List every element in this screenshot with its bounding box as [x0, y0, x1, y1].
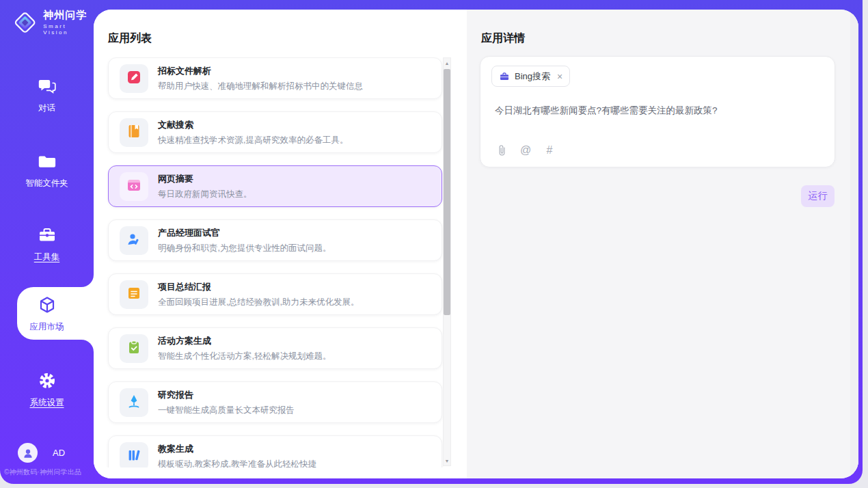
tool-tag-bing-search[interactable]: Bing搜索 ×: [491, 66, 570, 87]
sidebar-item-label: 系统设置: [30, 398, 64, 407]
app-name: 神州问学: [43, 9, 94, 22]
cube-icon: [38, 295, 57, 314]
gear-icon: [38, 371, 57, 390]
app-card[interactable]: 活动方案生成 智能生成个性化活动方案,轻松解决规划难题。: [108, 327, 442, 369]
app-detail-title: 应用详情: [481, 31, 525, 46]
app-card[interactable]: 文献搜索 快速精准查找学术资源,提高研究效率的必备工具。: [108, 111, 442, 153]
sidebar-item-app-market[interactable]: 应用市场: [0, 295, 94, 333]
attachment-icon[interactable]: [495, 144, 508, 157]
clipboard-check-icon: [126, 339, 142, 358]
chat-icon: [38, 77, 57, 96]
app-card-desc: 快速精准查找学术资源,提高研究效率的必备工具。: [158, 135, 348, 146]
app-card-desc: 智能生成个性化活动方案,轻松解决规划难题。: [158, 351, 331, 362]
folder-icon: [38, 152, 57, 171]
run-button[interactable]: 运行: [801, 185, 835, 207]
ink-pen-icon: [126, 393, 142, 412]
composer-toolbar: @ #: [495, 144, 556, 157]
app-card[interactable]: 招标文件解析 帮助用户快速、准确地理解和解析招标书中的关键信息: [108, 57, 442, 99]
avatar: [18, 443, 38, 463]
logo-diamond-icon: [12, 10, 38, 36]
app-card[interactable]: 项目总结汇报 全面回顾项目进展,总结经验教训,助力未来优化发展。: [108, 273, 442, 315]
browser-code-icon: [126, 177, 142, 196]
close-icon[interactable]: ×: [557, 72, 562, 81]
app-window: 神州问学 Smart Vision 对话 智能文件夹 工具集: [0, 0, 863, 484]
note-icon: [126, 285, 142, 304]
app-card[interactable]: 研究报告 一键智能生成高质量长文本研究报告: [108, 381, 442, 423]
hashtag-icon[interactable]: #: [543, 144, 556, 157]
sidebar-notch-top: [81, 275, 94, 287]
detail-scroll-gutter: [850, 10, 858, 478]
sidebar-item-chat[interactable]: 对话: [0, 77, 94, 114]
app-subtitle: Smart Vision: [43, 23, 94, 36]
app-list-viewport: 招标文件解析 帮助用户快速、准确地理解和解析招标书中的关键信息 文献搜索 快速精…: [94, 57, 463, 467]
content-shell: 应用列表 招标文件解析 帮助用户快速、准确地理解和解析招标书中的关键信息 文献搜…: [94, 10, 858, 478]
scrollbar-down-icon[interactable]: ▼: [444, 456, 450, 465]
prompt-composer: Bing搜索 × 今日湖北有哪些新闻要点?有哪些需要关注的最新政策? @ #: [480, 56, 835, 167]
app-card-title: 项目总结汇报: [158, 281, 359, 293]
toolbox-icon: [38, 226, 57, 245]
sidebar-item-label: 智能文件夹: [25, 178, 68, 188]
app-card-desc: 每日政府新闻资讯快查。: [158, 189, 252, 200]
app-card-list: 招标文件解析 帮助用户快速、准确地理解和解析招标书中的关键信息 文献搜索 快速精…: [94, 57, 463, 467]
app-card-desc: 帮助用户快速、准确地理解和解析招标书中的关键信息: [158, 81, 363, 92]
sidebar-item-label: 工具集: [34, 252, 60, 262]
app-card-title: 招标文件解析: [158, 65, 363, 77]
app-list-title: 应用列表: [108, 31, 152, 46]
sidebar-item-label: 对话: [38, 103, 55, 113]
app-card-title: 文献搜索: [158, 119, 348, 131]
sidebar-item-settings[interactable]: 系统设置: [0, 371, 94, 409]
app-detail-panel: 应用详情 Bing搜索 × 今日湖北有哪些新闻要点?有哪些需要关注的最新政策? …: [467, 10, 858, 478]
app-list-panel: 应用列表 招标文件解析 帮助用户快速、准确地理解和解析招标书中的关键信息 文献搜…: [94, 10, 467, 478]
sidebar-item-label: 应用市场: [30, 322, 64, 331]
user-initials: AD: [53, 448, 65, 458]
app-card-title: 网页摘要: [158, 173, 252, 185]
tool-tag-label: Bing搜索: [515, 70, 550, 83]
briefcase-icon: [499, 71, 510, 82]
app-card[interactable]: 产品经理面试官 明确身份和职责,为您提供专业性的面试问题。: [108, 219, 442, 261]
app-card[interactable]: 网页摘要 每日政府新闻资讯快查。: [108, 165, 442, 207]
app-card[interactable]: 教案生成 模板驱动,教案秒成,教学准备从此轻松快捷: [108, 435, 442, 467]
sidebar: 神州问学 Smart Vision 对话 智能文件夹 工具集: [0, 0, 94, 484]
app-card-desc: 全面回顾项目进展,总结经验教训,助力未来优化发展。: [158, 297, 359, 308]
app-card-title: 产品经理面试官: [158, 227, 331, 239]
person-icon: [22, 447, 34, 459]
app-logo: 神州问学 Smart Vision: [12, 9, 94, 36]
book-icon: [126, 123, 142, 142]
sidebar-item-smart-folder[interactable]: 智能文件夹: [0, 152, 94, 189]
sidebar-item-toolset[interactable]: 工具集: [0, 226, 94, 263]
sidebar-notch-bottom: [81, 340, 94, 352]
interviewer-icon: [126, 231, 142, 250]
user-account[interactable]: AD: [18, 443, 65, 463]
app-list-scrollbar[interactable]: ▲ ▼: [443, 57, 451, 466]
prompt-input[interactable]: 今日湖北有哪些新闻要点?有哪些需要关注的最新政策?: [495, 104, 822, 118]
scrollbar-thumb[interactable]: [444, 69, 450, 315]
scrollbar-up-icon[interactable]: ▲: [444, 58, 450, 68]
books-icon: [126, 447, 142, 466]
mention-icon[interactable]: @: [519, 144, 532, 157]
app-card-title: 活动方案生成: [158, 335, 331, 347]
app-card-title: 研究报告: [158, 389, 295, 401]
app-card-desc: 明确身份和职责,为您提供专业性的面试问题。: [158, 243, 331, 254]
pencil-square-icon: [126, 69, 142, 88]
app-card-desc: 一键智能生成高质量长文本研究报告: [158, 405, 295, 416]
copyright-footer: ©神州数码·神州问学出品: [4, 467, 94, 477]
app-card-desc: 模板驱动,教案秒成,教学准备从此轻松快捷: [158, 459, 316, 468]
app-card-title: 教案生成: [158, 443, 316, 455]
